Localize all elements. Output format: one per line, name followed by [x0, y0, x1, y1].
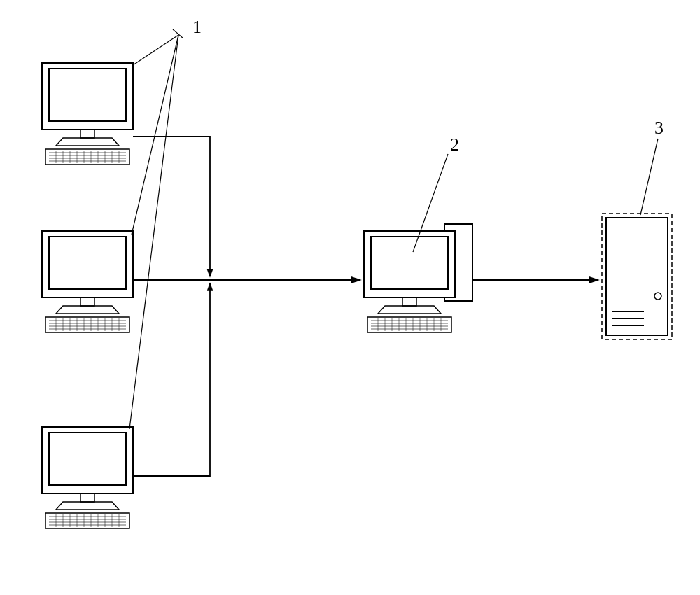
- edge-client-c-merge: [133, 284, 210, 476]
- label-1-line-c: [130, 35, 178, 429]
- label-1-line-a: [133, 35, 178, 65]
- label-1: 1: [192, 17, 202, 38]
- label-2: 2: [450, 134, 459, 155]
- label-1-line-b: [132, 35, 178, 234]
- workstation-icon: [364, 224, 472, 332]
- label-3-line: [640, 139, 658, 215]
- network-diagram: [0, 0, 700, 595]
- client-computer-3-icon: [42, 427, 133, 528]
- label-3: 3: [654, 118, 664, 139]
- client-computer-2-icon: [42, 231, 133, 332]
- edge-client-a-merge: [133, 136, 210, 276]
- client-computer-1-icon: [42, 63, 133, 164]
- server-icon: [602, 214, 672, 340]
